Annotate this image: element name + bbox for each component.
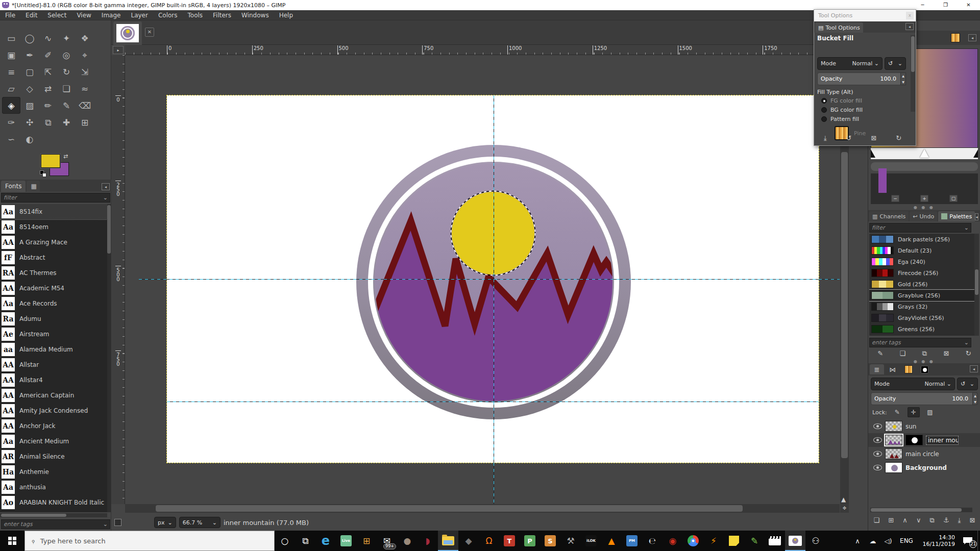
visibility-eye-icon[interactable] [873,465,882,470]
tool-options-close-icon[interactable]: x [906,12,914,19]
mypaint-brush-tool[interactable]: ✣ [20,114,39,131]
warp-tool[interactable]: ≈ [76,80,94,97]
palette-item[interactable]: Gold (256) [869,279,974,290]
gradient-tool[interactable]: ▨ [20,97,39,114]
font-list-item[interactable]: AaAncient Medium [0,434,107,449]
language-indicator[interactable]: ENG [896,537,917,544]
tab-brushes[interactable] [917,364,932,374]
font-list-item[interactable]: Aaanthusia [0,480,107,495]
fonts-dock-menu-button[interactable]: ◂ [102,183,110,190]
palette-list-scrollbar[interactable] [974,234,979,336]
layer-row[interactable]: sun [868,419,980,433]
paint-mode-reset-button[interactable]: ↺⌄ [885,57,906,70]
palette-item[interactable]: Firecode (256) [869,267,974,279]
fuzzy-select-tool[interactable]: ✦ [57,30,76,46]
menu-file[interactable]: File [0,10,20,20]
layer-row[interactable]: inner mou [868,433,980,447]
paint-mode-dropdown[interactable]: Mode Normal ⌄ [817,57,883,70]
font-list-scrollbar[interactable] [107,204,111,512]
action-center-button[interactable]: 21 [958,531,977,551]
font-list-item[interactable]: AAAllstar4 [0,372,107,388]
menu-filters[interactable]: Filters [208,10,236,20]
gradient-endpoint-left[interactable] [871,149,875,158]
clapperboard-icon[interactable] [765,531,785,551]
delete-palette-button[interactable]: ⊠ [943,349,949,358]
nero-icon[interactable]: ◉ [663,531,683,551]
color-picker-tool[interactable]: ✐ [39,46,57,63]
chevron-down-icon[interactable]: ⌄ [964,223,969,233]
font-list-item[interactable]: RAAC Thermes [0,265,107,281]
tool-options-titlebar[interactable]: Tool Options x [814,10,916,21]
palette-item[interactable]: Grayblue (256) [869,290,974,301]
new-layer-button[interactable]: ❏ [874,516,880,524]
vertical-ruler[interactable]: 0250500750 [111,55,125,504]
font-list-item[interactable]: fFAbstract [0,250,107,265]
tab-channels[interactable]: ▥Channels [869,211,909,221]
lock-pixels-button[interactable]: ✎ [891,407,903,417]
font-list-item[interactable]: aaAlameda Medium [0,342,107,357]
patterns-tab-icon[interactable]: ▦ [27,181,40,192]
font-list-item[interactable]: AAAnchor Jack [0,418,107,434]
font-list-item[interactable]: Aa8514fix [0,204,107,219]
fill-type-option[interactable]: Pattern fill [821,116,863,122]
sticky-notes-icon[interactable] [724,531,744,551]
ruler-corner-menu-button[interactable]: ▸ [113,46,124,54]
canvas-horizontal-scrollbar[interactable] [125,504,840,513]
scale-tool[interactable]: ⇲ [76,63,94,80]
font-list-item[interactable]: RaAdumu [0,311,107,327]
doc-s-icon[interactable]: S [540,531,560,551]
lower-layer-button[interactable]: ∨ [916,516,921,524]
layer-mask-thumbnail[interactable] [905,435,923,445]
save-tool-preset-button[interactable]: ⤓ [824,134,827,142]
minimize-button[interactable]: ─ [911,0,934,10]
menu-colors[interactable]: Colors [153,10,183,20]
layer-row[interactable]: main circle [868,447,980,461]
navigation-button[interactable]: ✥ [840,504,849,513]
taskbar-clock[interactable]: 14:30 16/11/2019 [917,534,958,547]
image-tab[interactable] [113,21,142,45]
layer-name-edit-field[interactable]: inner mou [926,436,959,445]
compass-icon[interactable]: ℮ [642,531,663,551]
zoom-out-button[interactable]: − [891,195,899,202]
pencil-tool[interactable]: ✏ [39,97,57,114]
radio-icon[interactable] [821,98,827,104]
gradient-slider[interactable] [871,148,978,159]
new-layer-group-button[interactable]: ⊞ [888,516,894,524]
opacity-spinner[interactable]: ▲▼ [972,392,978,405]
layer-opacity-slider[interactable]: Opacity100.0 ▲▼ [871,392,978,405]
radio-icon[interactable] [821,107,827,113]
flip-tool[interactable]: ⇄ [39,80,57,97]
font-list-item[interactable]: ARAnimal Silence [0,449,107,464]
horizontal-guide-2[interactable] [167,402,819,402]
shear-tool[interactable]: ▱ [2,80,20,97]
layer-thumbnail[interactable] [885,448,902,459]
font-list-item[interactable]: AAAllstar [0,357,107,372]
gimp-icon[interactable]: ● [397,531,418,551]
chevron-down-icon[interactable]: ⌄ [964,338,969,347]
align-tool[interactable]: ≡ [2,63,20,80]
palette-item[interactable]: Dark pastels (256) [869,234,974,245]
dock-menu-button[interactable]: ◂ [970,365,978,372]
delete-layer-button[interactable]: ⊠ [970,516,975,524]
rotate-tool[interactable]: ↻ [57,63,76,80]
firestorm-icon[interactable]: ⚡ [703,531,724,551]
reset-tool-options-button[interactable]: ↻ [896,134,901,142]
menu-help[interactable]: Help [274,10,298,20]
tab-palettes[interactable]: Palettes [938,211,975,221]
store-icon[interactable]: ⊞ [356,531,377,551]
file-explorer-icon[interactable] [438,531,458,551]
font-list-item[interactable]: AAAmerican Captain [0,388,107,403]
tool-options-scrollbar[interactable] [911,35,915,112]
duplicate-layer-button[interactable]: ⧉ [930,516,935,524]
new-palette-button[interactable]: ❏ [900,349,906,358]
palette-item[interactable]: Grays (32) [869,301,974,312]
patterns-tab-icon[interactable] [951,33,960,42]
unified-transform-tool[interactable]: ⇱ [39,63,57,80]
menu-view[interactable]: View [71,10,96,20]
eraser-tool[interactable]: ⌫ [76,97,94,114]
font-list-item[interactable]: AAAcademic M54 [0,281,107,296]
radio-icon[interactable] [821,116,827,122]
duplicate-palette-button[interactable]: ⧉ [922,349,927,358]
canvas-viewport[interactable] [125,55,840,504]
raise-layer-button[interactable]: ∧ [902,516,908,524]
